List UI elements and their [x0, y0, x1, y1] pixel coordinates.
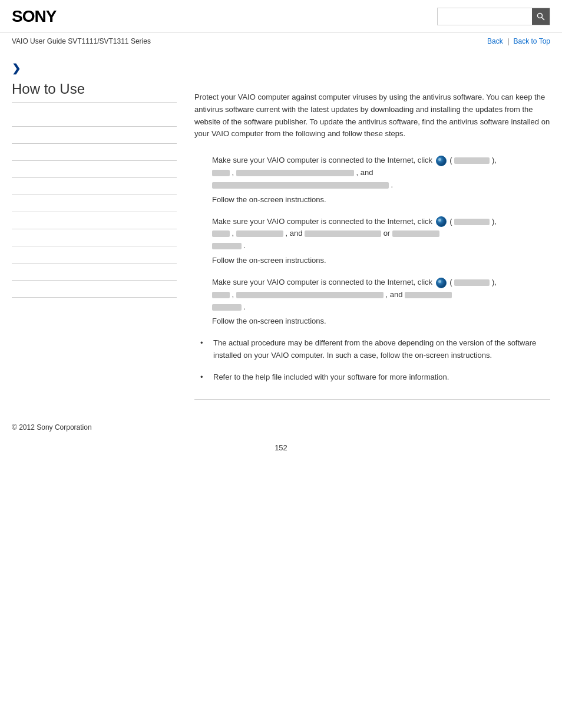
list-item[interactable]	[12, 246, 177, 263]
redacted-text	[236, 170, 354, 176]
search-button[interactable]	[532, 8, 550, 25]
svg-line-1	[542, 18, 545, 21]
list-item[interactable]	[12, 178, 177, 195]
bullet-text-1: The actual procedure may be different fr…	[213, 337, 550, 362]
redacted-text	[305, 230, 381, 237]
list-item[interactable]	[12, 110, 177, 127]
nav-link[interactable]	[12, 285, 14, 293]
sidebar-nav	[12, 110, 177, 298]
redacted-text	[212, 230, 230, 237]
bullet-item-2: • Refer to the help file included with y…	[200, 371, 550, 384]
bullet-section: • The actual procedure may be different …	[194, 337, 550, 399]
back-to-top-link[interactable]: Back to Top	[514, 37, 550, 45]
redacted-text	[236, 292, 384, 298]
list-item[interactable]	[12, 144, 177, 161]
redacted-text	[454, 219, 490, 225]
bullet-item-1: • The actual procedure may be different …	[200, 337, 550, 362]
page-header: SONY	[0, 0, 562, 32]
main-content: Protect your VAIO computer against compu…	[189, 56, 550, 400]
step-1-block: Make sure your VAIO computer is connecte…	[194, 154, 550, 203]
step-1-text: Make sure your VAIO computer is connecte…	[212, 154, 550, 191]
list-item[interactable]	[12, 281, 177, 298]
nav-link[interactable]	[12, 131, 14, 139]
footer: © 2012 Sony Corporation	[0, 411, 562, 437]
redacted-text	[212, 304, 242, 311]
sub-header: VAIO User Guide SVT1111/SVT1311 Series B…	[0, 32, 562, 50]
intro-paragraph: Protect your VAIO computer against compu…	[194, 91, 550, 140]
sidebar-title: How to Use	[12, 81, 177, 103]
step-3-follow: Follow the on-screen instructions.	[212, 317, 550, 325]
list-item[interactable]	[12, 212, 177, 229]
globe-icon	[436, 216, 447, 227]
svg-point-0	[538, 14, 543, 18]
nav-links: Back | Back to Top	[487, 37, 550, 45]
sidebar-arrow: ❯	[12, 62, 177, 75]
list-item[interactable]	[12, 263, 177, 281]
redacted-text	[212, 243, 242, 249]
search-box	[437, 8, 550, 25]
nav-link[interactable]	[12, 199, 14, 207]
bullet-dot: •	[200, 371, 211, 384]
content-wrapper: ❯ How to Use Protect your VAIO computer …	[0, 50, 562, 411]
page-number: 152	[0, 437, 562, 458]
copyright: © 2012 Sony Corporation	[12, 423, 92, 431]
nav-link[interactable]	[12, 114, 14, 122]
search-input[interactable]	[438, 8, 532, 25]
redacted-text	[454, 279, 490, 286]
globe-icon	[436, 156, 447, 166]
sidebar: ❯ How to Use	[12, 56, 189, 400]
list-item[interactable]	[12, 161, 177, 178]
nav-link[interactable]	[12, 233, 14, 242]
nav-link[interactable]	[12, 251, 14, 259]
bullet-text-2: Refer to the help file included with you…	[213, 371, 449, 384]
nav-link[interactable]	[12, 148, 14, 156]
step-3-block: Make sure your VAIO computer is connecte…	[194, 276, 550, 325]
nav-link[interactable]	[12, 216, 14, 225]
step-1-follow: Follow the on-screen instructions.	[212, 195, 550, 204]
search-icon	[537, 12, 545, 21]
list-item[interactable]	[12, 195, 177, 212]
guide-title: VAIO User Guide SVT1111/SVT1311 Series	[12, 37, 151, 45]
redacted-text	[392, 230, 439, 237]
redacted-text	[212, 182, 389, 189]
redacted-text	[212, 292, 230, 298]
nav-link[interactable]	[12, 268, 14, 276]
redacted-text	[236, 230, 283, 237]
list-item[interactable]	[12, 229, 177, 246]
redacted-text	[405, 292, 452, 298]
globe-icon	[436, 278, 447, 288]
list-item[interactable]	[12, 127, 177, 144]
nav-link[interactable]	[12, 182, 14, 190]
step-3-text: Make sure your VAIO computer is connecte…	[212, 276, 550, 313]
redacted-text	[212, 170, 230, 176]
step-2-text: Make sure your VAIO computer is connecte…	[212, 216, 550, 252]
sony-logo: SONY	[12, 7, 56, 26]
back-link[interactable]: Back	[487, 37, 503, 45]
step-2-follow: Follow the on-screen instructions.	[212, 256, 550, 265]
step-2-block: Make sure your VAIO computer is connecte…	[194, 216, 550, 265]
redacted-text	[454, 157, 490, 164]
bullet-dot: •	[200, 337, 211, 350]
nav-separator: |	[507, 37, 509, 45]
nav-link[interactable]	[12, 165, 14, 173]
